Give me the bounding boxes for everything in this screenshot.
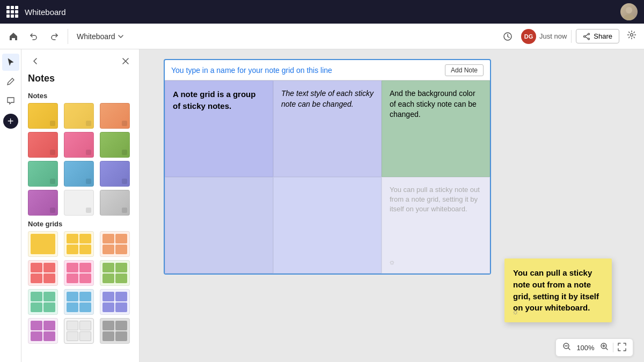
zoom-in-button[interactable]: [598, 341, 611, 354]
sidebar-close-button[interactable]: [119, 56, 133, 68]
zoom-fit-button[interactable]: [616, 342, 628, 354]
note-grid-container: You type in a name for your note grid on…: [164, 59, 491, 275]
toolbar-bar: Whiteboard DG Just now Share: [0, 24, 644, 49]
settings-icon: [627, 30, 636, 40]
sidebar-back-button[interactable]: [28, 56, 43, 69]
note-color-pink[interactable]: [64, 132, 94, 158]
note-color-teal[interactable]: [28, 161, 58, 187]
user-dot: DG: [521, 29, 536, 44]
settings-button[interactable]: [624, 27, 640, 46]
note-grid-title-bar: You type in a name for your note grid on…: [165, 60, 490, 80]
sticky-note-4[interactable]: [165, 177, 273, 274]
note-color-purple[interactable]: [100, 161, 130, 187]
fit-icon: [618, 343, 626, 351]
note-grid-title[interactable]: You type in a name for your note grid on…: [171, 66, 332, 75]
note-3-text: And the background color of each sticky …: [390, 89, 477, 119]
breadcrumb-button[interactable]: Whiteboard: [72, 30, 128, 43]
svg-point-4: [588, 38, 590, 40]
svg-point-0: [626, 7, 632, 13]
zoom-bar: 100%: [555, 338, 633, 357]
zoom-divider: [613, 343, 613, 352]
add-note-button[interactable]: Add Note: [445, 64, 484, 76]
note-grid-darkgray-four[interactable]: [100, 318, 130, 344]
note-grid-yellow-four[interactable]: [64, 231, 94, 257]
note-grid-pink-four[interactable]: [64, 260, 94, 286]
share-button[interactable]: Share: [576, 29, 619, 43]
pen-tool-button[interactable]: [2, 73, 19, 90]
comment-tool-button[interactable]: [2, 92, 19, 109]
user-badge: DG Just now: [521, 29, 567, 44]
note-color-white[interactable]: [64, 190, 94, 216]
note-grids-section-label: Note grids: [28, 220, 133, 228]
chevron-down-icon: [118, 33, 124, 40]
note-color-lightgray[interactable]: [100, 190, 130, 216]
note-grid-white-four[interactable]: [64, 318, 94, 344]
note-grid-row-red: [28, 260, 133, 286]
svg-point-1: [624, 14, 634, 20]
svg-point-5: [584, 35, 586, 37]
sticky-note-6[interactable]: You can pull a sticky note out from a no…: [382, 177, 490, 274]
add-tool-button[interactable]: +: [3, 114, 18, 129]
note-grid-blue-four[interactable]: [64, 289, 94, 315]
note-color-orange[interactable]: [100, 103, 130, 129]
note-grid-lime-four[interactable]: [100, 260, 130, 286]
zoom-in-icon: [600, 342, 609, 351]
sticky-note-5[interactable]: [273, 177, 382, 274]
note-color-grid: [28, 103, 133, 216]
app-title: Whiteboard: [25, 8, 66, 17]
badge-divider: [571, 30, 572, 43]
note-grid-teal-four[interactable]: [28, 289, 58, 315]
sticky-note-3[interactable]: And the background color of each sticky …: [382, 80, 490, 177]
back-icon: [31, 57, 40, 65]
note-color-yellow2[interactable]: [64, 103, 94, 129]
main-layout: + Notes Notes: [0, 49, 644, 362]
canvas-area[interactable]: You type in a name for your note grid on…: [140, 49, 644, 362]
share-label: Share: [594, 32, 612, 40]
note-2-text: The text style of each sticky note can b…: [281, 89, 374, 108]
undo-button[interactable]: [25, 28, 43, 45]
note-grid-yellow-single[interactable]: [28, 231, 58, 257]
history-button[interactable]: [499, 28, 517, 45]
apps-icon[interactable]: [6, 6, 18, 18]
svg-line-15: [606, 348, 608, 350]
note-grid-violet-four[interactable]: [28, 318, 58, 344]
add-icon: +: [8, 116, 14, 127]
zoom-out-icon: [562, 342, 571, 351]
redo-button[interactable]: [45, 28, 63, 45]
floating-sticky-note[interactable]: You can pull a sticky note out from a no…: [504, 258, 612, 322]
note-color-blue[interactable]: [64, 161, 94, 187]
sidebar-header: [28, 49, 133, 73]
breadcrumb-label: Whiteboard: [77, 32, 115, 41]
notes-cells: A note grid is a group of sticky notes. …: [165, 80, 490, 274]
note-grid-orange-four[interactable]: [100, 231, 130, 257]
pen-icon: [6, 77, 15, 86]
note-6-icon: ☼: [389, 257, 396, 268]
home-button[interactable]: [4, 28, 23, 45]
note-grid-row-yellow: [28, 231, 133, 257]
user-status: Just now: [539, 32, 567, 40]
note-grid-red-four[interactable]: [28, 260, 58, 286]
svg-point-3: [588, 33, 590, 35]
cursor-icon: [6, 58, 15, 67]
sticky-note-2[interactable]: The text style of each sticky note can b…: [273, 80, 382, 177]
sticky-note-1[interactable]: A note grid is a group of sticky notes.: [165, 80, 273, 177]
toolbar-right: DG Just now Share: [499, 27, 640, 46]
note-grid-purple-four[interactable]: [100, 289, 130, 315]
note-color-yellow[interactable]: [28, 103, 58, 129]
note-color-red[interactable]: [28, 132, 58, 158]
zoom-out-button[interactable]: [560, 341, 573, 354]
note-color-lime[interactable]: [100, 132, 130, 158]
note-grid-row-gray: [28, 318, 133, 344]
sidebar-panel: Notes Notes Note grids: [21, 49, 140, 362]
note-6-text: You can pull a sticky note out from a no…: [390, 186, 480, 213]
note-color-violet[interactable]: [28, 190, 58, 216]
svg-point-8: [631, 34, 633, 36]
select-tool-button[interactable]: [2, 54, 19, 71]
note-1-text: A note grid is a group of sticky notes.: [173, 90, 255, 110]
note-grid-row-teal: [28, 289, 133, 315]
share-icon: [583, 33, 590, 40]
zoom-level: 100%: [575, 344, 596, 352]
svg-line-12: [568, 348, 570, 350]
floating-note-icon: ☼: [512, 306, 519, 317]
toolbar-divider: [68, 29, 68, 44]
